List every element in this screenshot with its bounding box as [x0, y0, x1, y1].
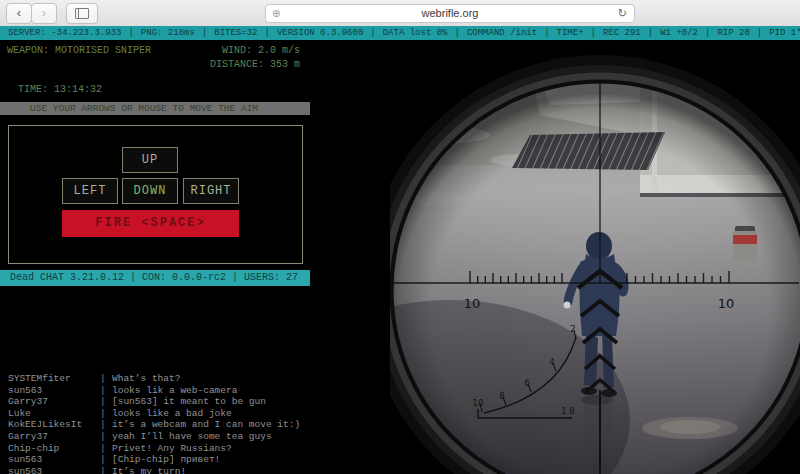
status-item: W1 +0/2 — [660, 28, 698, 38]
aim-controls: UP LEFT DOWN RIGHT FIRE <SPACE> — [8, 125, 303, 264]
status-item: REC 291 — [603, 28, 641, 38]
status-item: PID 1* — [769, 28, 800, 38]
chat-list: SYSTEMfiter|What’s that?sun563|looks lik… — [8, 373, 378, 474]
chat-message: sun563|[Chip-chip] привет! — [8, 454, 378, 466]
status-item: TIME+ — [557, 28, 584, 38]
status-item: SERVER: -34.223.3.933 — [8, 28, 121, 38]
forward-button[interactable]: › — [31, 3, 57, 24]
wind-label: WIND: 2.0 m/s — [0, 45, 300, 56]
scope-view[interactable]: 10 10 2 4 6 8 10 1.8 — [390, 40, 800, 474]
chat-message: Luke|looks like a bad joke — [8, 408, 378, 420]
status-item: RIP 20 — [717, 28, 749, 38]
status-item: BITES=32 — [214, 28, 257, 38]
fire-button[interactable]: FIRE <SPACE> — [62, 210, 239, 237]
chat-message: Garry37|[sun563] it meant to be gun — [8, 396, 378, 408]
aim-down-button[interactable]: DOWN — [122, 178, 178, 204]
game-panel: WEAPON: MOTORISED SNIPER WIND: 2.0 m/s D… — [0, 40, 390, 474]
sidebar-toggle-button[interactable] — [66, 3, 98, 24]
aim-right-button[interactable]: RIGHT — [183, 178, 239, 204]
chat-message: KokEEJLikesIt|it’s a webcam and I can mo… — [8, 419, 378, 431]
url-text[interactable]: webrifle.org — [266, 5, 634, 22]
status-item: VERSION 6.3.9600 — [277, 28, 363, 38]
status-item: DATA lost 0% — [383, 28, 448, 38]
scope-graphic: 10 10 2 4 6 8 10 1.8 — [390, 40, 800, 474]
distance-label: DISTANCE: 353 m — [0, 59, 300, 70]
chat-message: sun563|looks lik a web-camera — [8, 385, 378, 397]
chat-message: Garry37|yeah I’ll have some tea guys — [8, 431, 378, 443]
chat-message: SYSTEMfiter|What’s that? — [8, 373, 378, 385]
app-window: ‹ › ⊕ webrifle.org ↻ SERVER: -34.223.3.9… — [0, 0, 800, 474]
sidebar-icon — [75, 8, 89, 19]
chat-header: Dead CHAT 3.21.0.12 | CON: 0.0.0-rc2 | U… — [0, 270, 310, 286]
status-bar: SERVER: -34.223.3.933|PNG: 218ms|BITES=3… — [0, 26, 800, 40]
chat-message: Chip-chip|Privet! Any Russians? — [8, 443, 378, 455]
address-bar[interactable]: ⊕ webrifle.org ↻ — [265, 4, 635, 23]
aim-left-button[interactable]: LEFT — [62, 178, 118, 204]
time-label: TIME: 13:14:32 — [18, 84, 102, 95]
status-item: COMMAND /init — [467, 28, 537, 38]
back-button[interactable]: ‹ — [6, 3, 32, 24]
instruction-bar: USE YOUR ARROWS OR MOUSE TO MOVE THE AIM — [0, 102, 310, 115]
status-item: PNG: 218ms — [141, 28, 195, 38]
reload-icon[interactable]: ↻ — [618, 5, 627, 22]
browser-toolbar: ‹ › ⊕ webrifle.org ↻ — [0, 0, 800, 27]
aim-up-button[interactable]: UP — [122, 147, 178, 173]
chat-message: sun563|It’s my turn! — [8, 466, 378, 474]
